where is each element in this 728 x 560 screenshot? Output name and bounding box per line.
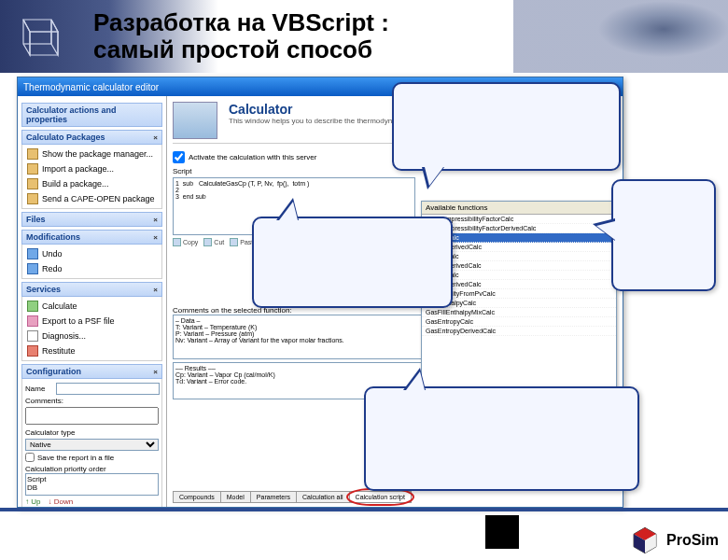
sidebar-item-import-pkg[interactable]: Import a package...: [25, 161, 159, 176]
available-functions-header: Available functions: [422, 202, 616, 215]
sidebar-item-calculate[interactable]: Calculate: [25, 299, 159, 314]
callout-3: [611, 179, 716, 291]
actions-header: Calculator actions and properties: [21, 103, 162, 127]
priority-up-button[interactable]: ↑ Up: [25, 497, 40, 506]
comments-input[interactable]: [25, 407, 159, 425]
calculator-hero-icon: [173, 102, 217, 139]
packages-panel: Show the package manager... Import a pac…: [21, 145, 162, 209]
modifications-header[interactable]: Modifications×: [21, 230, 162, 245]
calc-type-select[interactable]: Native: [25, 439, 159, 451]
collapse-icon[interactable]: ×: [153, 233, 158, 242]
priority-down-button[interactable]: ↓ Down: [48, 497, 73, 506]
sidebar: Calculator actions and properties Calcul…: [18, 96, 167, 507]
window-title-text: Thermodynamic calculator editor: [23, 82, 159, 92]
title-line-1: Разработка на VBScript :: [93, 8, 389, 36]
footer-bar: [0, 508, 728, 511]
paste-icon: [230, 238, 238, 246]
redo-icon: [27, 263, 38, 274]
bottom-tabs: Compounds Model Parameters Calculation a…: [173, 491, 411, 503]
calc-type-label: Calculator type: [25, 428, 75, 437]
priority-listbox[interactable]: ScriptDB: [25, 473, 159, 496]
cut-icon: [203, 238, 212, 246]
title-line-2: самый простой способ: [93, 35, 372, 63]
restitute-icon: [27, 345, 38, 357]
sidebar-item-restitute[interactable]: Restitute: [25, 343, 159, 358]
collapse-icon[interactable]: ×: [153, 368, 158, 376]
func-item[interactable]: GasEntropyCalc: [422, 317, 616, 327]
modifications-panel: Undo Redo: [21, 245, 162, 279]
tab-model[interactable]: Model: [220, 491, 251, 503]
sidebar-item-undo[interactable]: Undo: [25, 246, 159, 261]
tab-calculation-script[interactable]: Calculation script: [349, 491, 412, 503]
sidebar-item-build-pkg[interactable]: Build a package...: [25, 176, 159, 191]
priority-label: Calculation priority order: [25, 465, 159, 473]
configuration-panel: Name Comments: Calculator type Native Sa…: [21, 379, 162, 507]
activate-checkbox[interactable]: [173, 151, 185, 163]
tb-copy[interactable]: Copy: [173, 238, 198, 246]
import-icon: [27, 163, 38, 175]
wireframe-cube-icon: [9, 8, 65, 64]
brand-text: ProSim: [666, 532, 719, 549]
footer-brand: ProSim: [629, 525, 719, 556]
sidebar-item-show-pkg-mgr[interactable]: Show the package manager...: [25, 147, 159, 161]
diag-icon: [27, 330, 38, 342]
svg-marker-2: [51, 20, 58, 55]
package-icon: [27, 148, 38, 160]
packages-header[interactable]: Calculato Packages×: [21, 130, 162, 145]
services-panel: Calculate Export to a PSF file Diagnosis…: [21, 297, 162, 361]
func-item[interactable]: GasEntropyDerivedCalc: [422, 327, 616, 336]
export-icon: [27, 315, 38, 327]
tab-parameters[interactable]: Parameters: [250, 491, 297, 503]
copy-icon: [173, 238, 181, 246]
undo-icon: [27, 248, 38, 259]
func-item[interactable]: GasFillEnthalpyMixCalc: [422, 308, 616, 317]
page-subtitle: This window helps you to describe the th…: [229, 117, 415, 125]
build-icon: [27, 178, 38, 189]
page-title: Calculator: [229, 102, 415, 117]
func-comments-box[interactable]: – Data – T: Variant – Temperature (K) P:…: [173, 315, 453, 359]
calc-icon: [27, 301, 38, 312]
svg-marker-1: [23, 20, 30, 55]
comments-label: Comments:: [25, 397, 63, 405]
save-report-label: Save the report in a file: [37, 454, 114, 462]
configuration-header[interactable]: Configuration×: [21, 364, 162, 379]
name-label: Name: [25, 385, 53, 393]
tab-compounds[interactable]: Compounds: [173, 491, 221, 503]
sidebar-item-send-cape[interactable]: Send a CAPE-OPEN package: [25, 191, 159, 206]
slide-number-box: [485, 515, 519, 549]
activate-label: Activate the calculation with this serve…: [189, 153, 316, 161]
name-input[interactable]: [56, 383, 160, 395]
sidebar-item-redo[interactable]: Redo: [25, 261, 159, 276]
sidebar-item-export-psf[interactable]: Export to a PSF file: [25, 314, 159, 329]
header-face-bg: [513, 0, 728, 73]
callout-2: [252, 217, 453, 308]
send-icon: [27, 193, 38, 204]
services-header[interactable]: Services×: [21, 282, 162, 297]
prosim-logo-icon: [629, 525, 661, 556]
callout-4: [364, 386, 639, 491]
save-report-checkbox[interactable]: [25, 453, 35, 462]
slide-header: Разработка на VBScript : самый простой с…: [0, 0, 728, 73]
callout-1: [392, 82, 621, 171]
tab-calculation-all[interactable]: Calculation all: [296, 491, 350, 503]
tb-cut[interactable]: Cut: [203, 238, 224, 246]
collapse-icon[interactable]: ×: [153, 286, 158, 294]
collapse-icon[interactable]: ×: [153, 216, 158, 224]
files-header[interactable]: Files×: [21, 212, 162, 227]
collapse-icon[interactable]: ×: [153, 133, 158, 142]
sidebar-item-diagnosis[interactable]: Diagnosis...: [25, 329, 159, 343]
